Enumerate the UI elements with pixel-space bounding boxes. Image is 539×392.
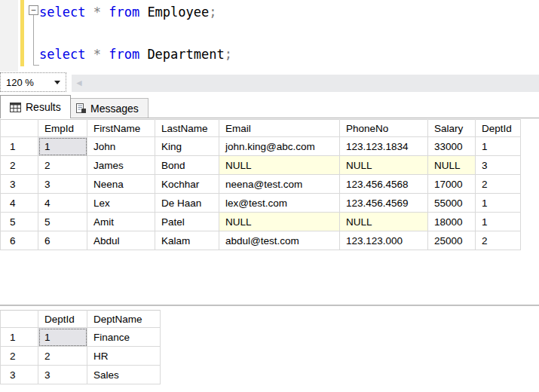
grid-cell[interactable]: Kochhar xyxy=(155,175,219,194)
grid-cell[interactable]: Amit xyxy=(87,213,155,231)
grid-cell[interactable]: NULL xyxy=(428,156,476,175)
grid-cell[interactable]: Finance xyxy=(87,328,161,347)
sql-token: ; xyxy=(225,47,232,62)
column-header[interactable]: DeptName xyxy=(87,311,161,328)
change-tracking-bar xyxy=(20,0,24,66)
grid-cell[interactable]: King xyxy=(155,137,219,156)
sql-token xyxy=(101,47,109,62)
tab-messages[interactable]: Messages xyxy=(66,98,149,118)
grid-cell[interactable]: 2 xyxy=(476,175,521,194)
table-row: 66AbdulKalamabdul@test.com123.123.000250… xyxy=(1,231,521,250)
tab-results[interactable]: Results xyxy=(0,95,71,118)
grid-cell[interactable]: 1 xyxy=(476,194,521,213)
sql-token: ; xyxy=(209,5,216,20)
grid-cell[interactable]: NULL xyxy=(340,213,428,231)
column-header[interactable]: Salary xyxy=(428,120,476,137)
column-header[interactable]: LastName xyxy=(155,120,219,137)
grid-cell[interactable]: NULL xyxy=(219,156,340,175)
sql-token: from xyxy=(109,5,139,20)
sql-token xyxy=(139,5,147,20)
grid-cell[interactable]: 5 xyxy=(38,213,87,231)
sql-token xyxy=(85,5,93,20)
grid-cell[interactable]: 2 xyxy=(476,231,521,250)
grid-cell[interactable]: 123.456.4569 xyxy=(340,194,428,213)
row-number[interactable]: 3 xyxy=(1,366,38,384)
sql-token: from xyxy=(109,47,139,62)
grid-cell[interactable]: john.king@abc.com xyxy=(219,137,340,156)
grid-cell[interactable]: Sales xyxy=(87,366,161,384)
grid-cell[interactable]: 123.123.000 xyxy=(340,231,428,250)
row-number[interactable]: 1 xyxy=(1,137,38,156)
grid-cell[interactable]: 33000 xyxy=(428,137,476,156)
column-header[interactable]: FirstName xyxy=(87,120,155,137)
results-tabstrip: Results Messages xyxy=(0,93,539,118)
grid-cell[interactable]: 123.123.1834 xyxy=(340,137,428,156)
grid-cell[interactable]: abdul@test.com xyxy=(219,231,340,250)
row-number[interactable]: 2 xyxy=(1,156,38,175)
grid-corner-cell[interactable] xyxy=(1,120,38,137)
grid-cell[interactable]: NULL xyxy=(219,213,340,231)
grid-cell[interactable]: neena@test.com xyxy=(219,175,340,194)
grid-cell[interactable]: 17000 xyxy=(428,175,476,194)
editor-horizontal-scrollbar[interactable]: ◄ xyxy=(72,75,539,92)
row-number[interactable]: 1 xyxy=(1,328,38,347)
sql-token: * xyxy=(93,5,101,20)
column-header[interactable]: EmpId xyxy=(38,120,87,137)
grid-cell[interactable]: 3 xyxy=(38,366,87,384)
grid-cell[interactable]: 18000 xyxy=(428,213,476,231)
grid-cell[interactable]: 123.456.4568 xyxy=(340,175,428,194)
scroll-left-icon[interactable]: ◄ xyxy=(75,77,84,89)
column-header[interactable]: PhoneNo xyxy=(340,120,428,137)
table-row: 33Sales xyxy=(1,366,161,384)
department-results-grid: DeptIdDeptName11Finance22HR33Sales xyxy=(0,310,161,384)
grid-cell[interactable]: 25000 xyxy=(428,231,476,250)
grid-cell[interactable]: James xyxy=(87,156,155,175)
grid-cell[interactable]: NULL xyxy=(340,156,428,175)
grid-cell[interactable]: Abdul xyxy=(87,231,155,250)
grid-cell[interactable]: John xyxy=(87,137,155,156)
grid-cell[interactable]: De Haan xyxy=(155,194,219,213)
column-header[interactable]: Email xyxy=(219,120,340,137)
editor-zoom-select[interactable]: 120 % xyxy=(0,72,66,92)
row-number[interactable]: 6 xyxy=(1,231,38,250)
grid-cell[interactable]: Neena xyxy=(87,175,155,194)
grid-cell[interactable]: Lex xyxy=(87,194,155,213)
row-number[interactable]: 5 xyxy=(1,213,38,231)
grid-corner-cell[interactable] xyxy=(1,311,38,328)
sql-token: Employee xyxy=(147,5,209,20)
row-number[interactable]: 3 xyxy=(1,175,38,194)
table-row: 55AmitPatelNULLNULL180001 xyxy=(1,213,521,231)
grid-cell[interactable]: 6 xyxy=(38,231,87,250)
grid-cell[interactable]: 1 xyxy=(38,137,87,156)
grid-cell[interactable]: 2 xyxy=(38,156,87,175)
table-row: 22JamesBondNULLNULLNULL3 xyxy=(1,156,521,175)
table-row: 22HR xyxy=(1,347,161,366)
grid-cell[interactable]: Patel xyxy=(155,213,219,231)
row-number[interactable]: 4 xyxy=(1,194,38,213)
grid-cell[interactable]: 3 xyxy=(476,156,521,175)
grid-cell[interactable]: 2 xyxy=(38,347,87,366)
grid-cell[interactable]: 55000 xyxy=(428,194,476,213)
grid-cell[interactable]: 1 xyxy=(476,213,521,231)
results-panel-border xyxy=(0,118,539,118)
employee-results-grid: EmpIdFirstNameLastNameEmailPhoneNoSalary… xyxy=(0,119,521,250)
grid-splitter[interactable] xyxy=(0,305,539,306)
editor-gutter xyxy=(0,0,18,72)
grid-cell[interactable]: 4 xyxy=(38,194,87,213)
grid-cell[interactable]: 1 xyxy=(38,328,87,347)
grid-cell[interactable]: Bond xyxy=(155,156,219,175)
grid-cell[interactable]: 1 xyxy=(476,137,521,156)
grid-cell[interactable]: Kalam xyxy=(155,231,219,250)
grid-cell[interactable]: HR xyxy=(87,347,161,366)
grid-cell[interactable]: lex@test.com xyxy=(219,194,340,213)
column-header[interactable]: DeptId xyxy=(38,311,87,328)
grid-cell[interactable]: 3 xyxy=(38,175,87,194)
sql-code-line[interactable]: select * from Department; xyxy=(39,45,232,63)
code-fold-collapse-icon[interactable]: − xyxy=(29,5,38,15)
column-header[interactable]: DeptId xyxy=(476,120,521,137)
sql-token xyxy=(85,47,93,62)
row-number[interactable]: 2 xyxy=(1,347,38,366)
sql-editor[interactable]: − select * from Employee;select * from D… xyxy=(0,0,539,72)
sql-code-line[interactable]: select * from Employee; xyxy=(39,3,217,21)
chevron-down-icon xyxy=(54,81,60,84)
